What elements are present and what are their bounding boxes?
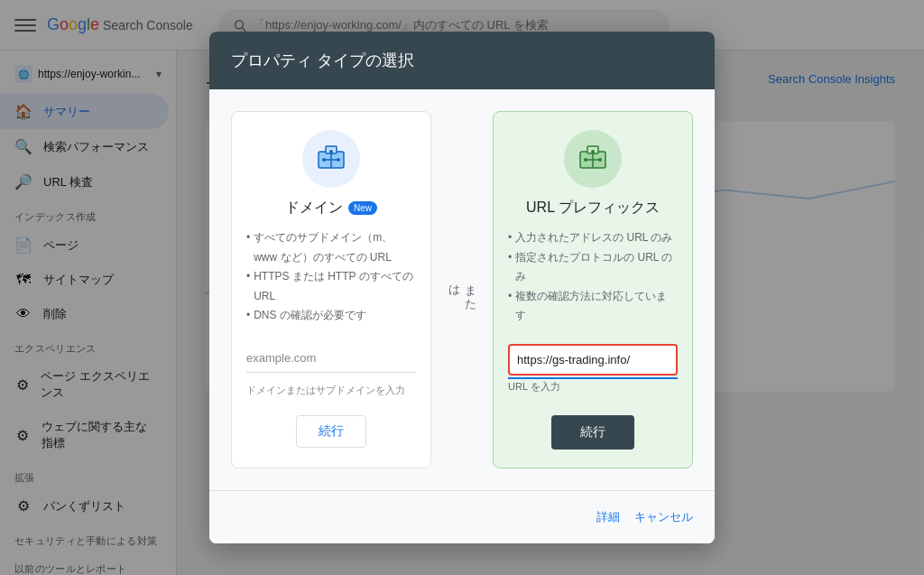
url-prefix-input[interactable] <box>508 344 678 376</box>
svg-point-8 <box>329 150 333 153</box>
url-prefix-card-title: URL プレフィックス <box>526 199 660 218</box>
svg-point-7 <box>337 158 340 162</box>
domain-card-title: ドメイン New <box>285 199 377 218</box>
feature-item: 指定されたプロトコルの URL のみ <box>508 248 678 287</box>
url-prefix-continue-button[interactable]: 続行 <box>551 415 634 450</box>
url-prefix-icon <box>564 130 622 188</box>
svg-point-6 <box>322 158 326 162</box>
feature-item: HTTPS または HTTP のすべての URL <box>246 267 416 306</box>
feature-item: DNS の確認が必要です <box>246 306 416 326</box>
domain-features: すべてのサブドメイン（m、www など）のすべての URL HTTPS または … <box>246 228 416 326</box>
svg-point-15 <box>591 150 595 153</box>
dialog-footer: 詳細 キャンセル <box>209 490 715 543</box>
svg-point-14 <box>598 158 602 162</box>
url-input-underline <box>508 377 678 379</box>
feature-item: 入力されたアドレスの URL のみ <box>508 228 678 248</box>
feature-item: すべてのサブドメイン（m、www など）のすべての URL <box>246 228 416 267</box>
url-input-label: URL を入力 <box>508 381 560 392</box>
dialog-overlay: プロパティ タイプの選択 ドメイン Ne <box>0 0 924 575</box>
new-badge: New <box>348 201 377 215</box>
dialog-title: プロパティ タイプの選択 <box>209 32 715 89</box>
url-prefix-card: URL プレフィックス 入力されたアドレスの URL のみ 指定されたプロトコル… <box>493 111 693 468</box>
or-divider: または <box>446 111 478 468</box>
dialog-body: ドメイン New すべてのサブドメイン（m、www など）のすべての URL H… <box>209 89 715 490</box>
property-type-dialog: プロパティ タイプの選択 ドメイン Ne <box>209 32 715 543</box>
url-prefix-features: 入力されたアドレスの URL のみ 指定されたプロトコルの URL のみ 複数の… <box>508 228 678 326</box>
url-input-container: URL を入力 <box>508 344 678 394</box>
domain-input-label: ドメインまたはサブドメインを入力 <box>246 384 416 397</box>
domain-card: ドメイン New すべてのサブドメイン（m、www など）のすべての URL H… <box>231 111 431 468</box>
domain-icon <box>302 130 360 188</box>
feature-item: 複数の確認方法に対応しています <box>508 287 678 326</box>
cancel-button[interactable]: キャンセル <box>634 502 693 533</box>
svg-point-13 <box>584 158 587 162</box>
detail-link[interactable]: 詳細 <box>596 502 620 533</box>
domain-input[interactable] <box>246 344 416 373</box>
domain-continue-button[interactable]: 続行 <box>296 415 366 448</box>
